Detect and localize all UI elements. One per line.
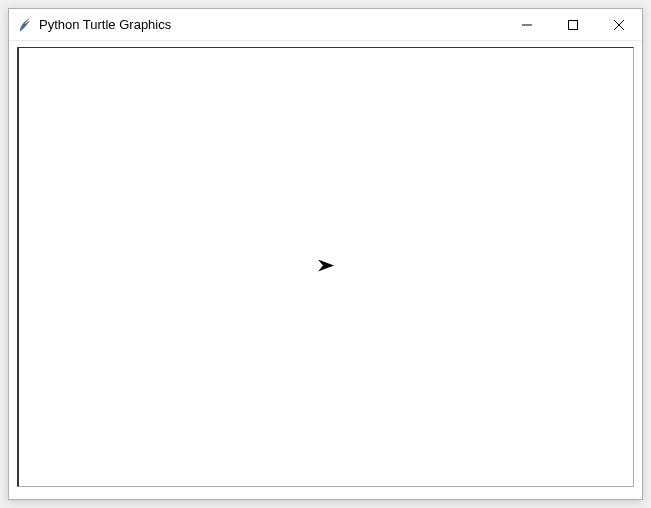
window-controls [504,9,642,40]
minimize-icon [522,20,532,30]
application-window: Python Turtle Graphics [8,8,643,500]
client-area [9,41,642,499]
turtle-canvas[interactable] [17,47,634,487]
close-icon [614,20,624,30]
maximize-button[interactable] [550,9,596,40]
turtle-cursor [316,258,336,277]
feather-icon [17,17,33,33]
minimize-button[interactable] [504,9,550,40]
turtle-arrow-icon [316,258,336,274]
close-button[interactable] [596,9,642,40]
svg-rect-1 [569,20,578,29]
maximize-icon [568,20,578,30]
window-title: Python Turtle Graphics [39,17,171,32]
title-bar[interactable]: Python Turtle Graphics [9,9,642,41]
